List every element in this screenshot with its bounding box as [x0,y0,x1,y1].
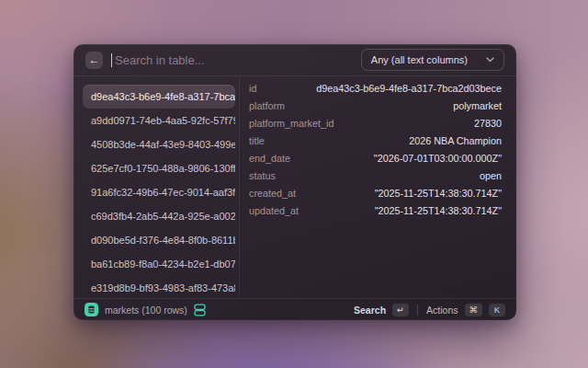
back-button[interactable]: ← [85,52,103,69]
results-list: d9ea43c3-b6e9-4fe8-a317-7bca2d... a9dd09… [74,76,240,298]
content-area: d9ea43c3-b6e9-4fe8-a317-7bca2d... a9dd09… [74,76,516,298]
list-item[interactable]: e319d8b9-bf93-4983-af83-473a89... [83,276,235,300]
field-value: "2025-11-25T14:38:30.714Z" [375,205,502,216]
k-key-badge: K [489,304,505,316]
search-action-label: Search [354,305,386,316]
field-value: 27830 [474,118,502,129]
chevron-down-icon [486,57,494,63]
arrow-left-icon: ← [89,53,100,66]
table-row-count: markets (100 rows) [105,305,187,316]
detail-row: created_at "2025-11-25T14:38:30.714Z" [249,184,502,201]
list-item[interactable]: d090be5d-f376-4e84-8f0b-8611b6f... [83,228,235,252]
field-value: "2025-11-25T14:38:30.714Z" [375,188,502,199]
record-detail: id d9ea43c3-b6e9-4fe8-a317-7bca2d03bece … [240,76,516,298]
actions-label[interactable]: Actions [426,305,458,316]
list-item[interactable]: 91a6fc32-49b6-47ec-9014-aaf3fcf0... [83,180,235,204]
return-key-badge: ↵ [392,304,409,316]
search-bar: ← Any (all text columns) [74,44,516,76]
field-name: end_date [249,153,290,164]
table-search-modal: ← Any (all text columns) d9ea43c3-b6e9-4… [74,44,516,320]
field-value: "2026-07-01T03:00:00.000Z" [374,153,502,164]
field-value: d9ea43c3-b6e9-4fe8-a317-7bca2d03bece [316,83,502,94]
column-filter-select[interactable]: Any (all text columns) [361,49,504,71]
field-name: updated_at [249,205,299,216]
list-item[interactable]: a9dd0971-74eb-4aa5-92fc-57f79e5... [83,109,235,132]
detail-row: platform_market_id 27830 [249,114,502,132]
command-key-badge: ⌘ [465,304,483,316]
detail-row: status open [249,167,502,184]
field-name: title [249,135,265,146]
field-name: platform_market_id [249,118,334,129]
status-bar: markets (100 rows) Search ↵ Actions ⌘ K [74,298,516,320]
detail-row: end_date "2026-07-01T03:00:00.000Z" [249,149,502,167]
field-name: id [249,83,256,94]
table-icon [85,303,98,316]
list-item[interactable]: ba61cb89-f8a0-4234-b2e1-db07a6... [83,252,235,276]
list-item[interactable]: 625e7cf0-1750-488a-9806-130ffd6... [83,156,235,180]
field-value: polymarket [453,100,502,111]
list-item[interactable]: 4508b3de-44af-43e9-8403-499e2... [83,132,235,156]
column-filter-value: Any (all text columns) [371,54,468,65]
list-item[interactable]: d9ea43c3-b6e9-4fe8-a317-7bca2d... [83,85,235,109]
detail-row: title 2026 NBA Champion [249,132,502,149]
detail-row: platform polymarket [249,97,502,114]
field-name: platform [249,100,285,111]
field-value: 2026 NBA Champion [409,135,502,146]
field-value: open [480,170,502,181]
detail-row: updated_at "2025-11-25T14:38:30.714Z" [249,201,502,219]
text-cursor [111,53,112,67]
list-item[interactable]: c69d3fb4-2ab5-442a-925e-a002ad... [83,204,235,228]
field-name: status [249,170,276,181]
search-input[interactable] [115,53,353,67]
database-icon[interactable] [194,304,206,316]
detail-row: id d9ea43c3-b6e9-4fe8-a317-7bca2d03bece [249,79,502,97]
field-name: created_at [249,188,296,199]
statusbar-divider [417,305,418,316]
